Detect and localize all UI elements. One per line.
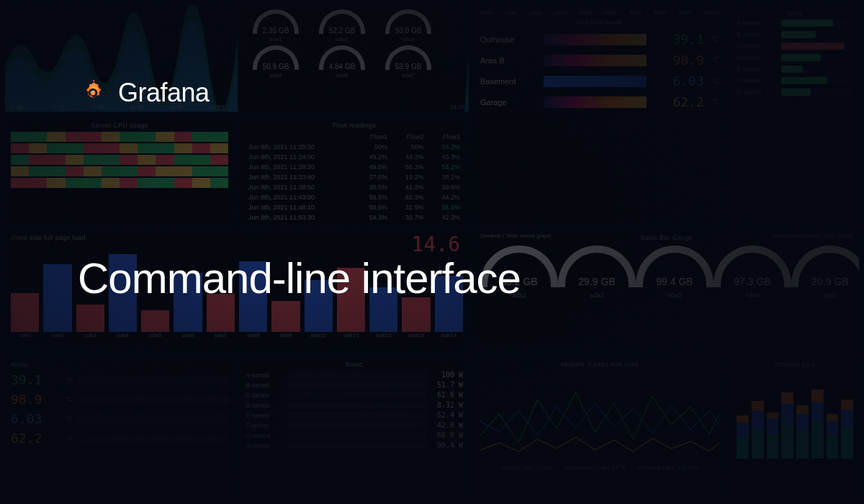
page-title: Command-line interface: [78, 253, 521, 303]
brand-name: Grafana: [118, 78, 210, 108]
vignette-overlay: [0, 0, 864, 504]
brand: Grafana: [78, 78, 210, 108]
grafana-logo-icon: [78, 78, 108, 108]
